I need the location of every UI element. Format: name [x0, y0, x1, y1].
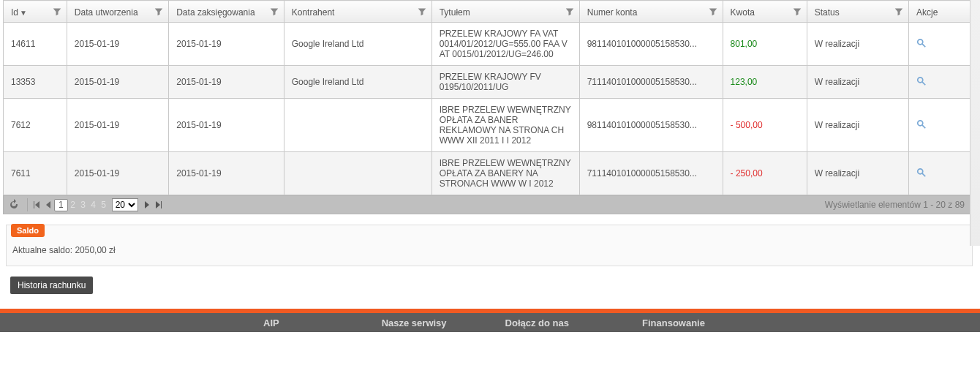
cell-title: PRZELEW KRAJOWY FA VAT 0014/01/2012/UG=5… — [431, 23, 579, 66]
col-header-booked[interactable]: Data zaksięgowania — [169, 1, 284, 23]
cell-account: 981140101000005158530... — [579, 99, 723, 152]
cell-amount: 123,00 — [723, 66, 807, 99]
filter-icon[interactable] — [894, 7, 904, 17]
cell-account: 981140101000005158530... — [579, 23, 723, 66]
cell-id: 7612 — [4, 99, 67, 152]
cell-amount: 801,00 — [723, 23, 807, 66]
cell-created: 2015-01-19 — [67, 23, 168, 66]
svg-point-4 — [918, 120, 923, 125]
page-number[interactable]: 4 — [88, 200, 99, 210]
col-header-title[interactable]: Tytułem — [431, 1, 579, 23]
col-header-actions: Akcje — [909, 1, 974, 23]
balance-box: Saldo Aktualne saldo: 2050,00 zł — [6, 225, 973, 266]
filter-icon[interactable] — [52, 7, 62, 17]
cell-title: IBRE PRZELEW WEWNĘTRZNY OPŁATA ZA BANER … — [431, 99, 579, 152]
cell-amount: - 250,00 — [723, 152, 807, 195]
next-page-icon[interactable] — [141, 199, 153, 211]
cell-status: W realizacji — [807, 152, 908, 195]
vertical-scrollbar[interactable] — [970, 0, 980, 246]
filter-icon[interactable] — [154, 7, 164, 17]
cell-id: 13353 — [4, 66, 67, 99]
footer-link-financing[interactable]: Finansowanie — [635, 317, 712, 328]
view-icon[interactable] — [916, 78, 927, 89]
filter-icon[interactable] — [792, 7, 802, 17]
sort-desc-icon: ▼ — [20, 9, 27, 17]
cell-booked: 2015-01-19 — [169, 99, 284, 152]
cell-account: 711140101000005158530... — [579, 152, 723, 195]
svg-point-2 — [918, 77, 923, 82]
table-row: 146112015-01-192015-01-19Google Ireland … — [4, 23, 974, 66]
col-header-id[interactable]: Id▼ — [4, 1, 67, 23]
col-header-amount[interactable]: Kwota — [723, 1, 807, 23]
cell-booked: 2015-01-19 — [169, 152, 284, 195]
col-header-contractor[interactable]: Kontrahent — [284, 1, 431, 23]
cell-booked: 2015-01-19 — [169, 66, 284, 99]
transactions-table: Id▼ Data utworzenia Data zaksięgowania K… — [3, 0, 974, 195]
footer-link-join[interactable]: Dołącz do nas — [498, 317, 576, 328]
page-number[interactable]: 5 — [99, 200, 109, 210]
filter-icon[interactable] — [269, 7, 279, 17]
cell-id: 7611 — [4, 152, 67, 195]
page-number[interactable]: 1 — [54, 199, 68, 211]
account-history-button[interactable]: Historia rachunku — [10, 277, 93, 294]
table-row: 76122015-01-192015-01-19IBRE PRZELEW WEW… — [4, 99, 974, 152]
last-page-icon[interactable] — [153, 199, 165, 211]
cell-status: W realizacji — [807, 23, 908, 66]
filter-icon[interactable] — [417, 7, 427, 17]
pager-info: Wyświetlanie elementów 1 - 20 z 89 — [825, 200, 965, 210]
refresh-icon[interactable] — [8, 199, 20, 211]
svg-line-3 — [922, 81, 925, 84]
svg-line-1 — [922, 43, 925, 46]
cell-actions — [909, 99, 974, 152]
table-row: 76112015-01-192015-01-19IBRE PRZELEW WEW… — [4, 152, 974, 195]
cell-actions — [909, 23, 974, 66]
cell-created: 2015-01-19 — [67, 152, 168, 195]
pager-bar: 12345 20 Wyświetlanie elementów 1 - 20 z… — [3, 195, 973, 214]
cell-status: W realizacji — [807, 66, 908, 99]
cell-created: 2015-01-19 — [67, 66, 168, 99]
prev-page-icon[interactable] — [42, 199, 54, 211]
cell-contractor — [284, 152, 431, 195]
cell-title: PRZELEW KRAJOWY FV 0195/10/2011/UG — [431, 66, 579, 99]
cell-contractor: Google Ireland Ltd — [284, 23, 431, 66]
footer-link-aip[interactable]: AIP — [256, 317, 287, 328]
cell-status: W realizacji — [807, 99, 908, 152]
col-header-account[interactable]: Numer konta — [579, 1, 723, 23]
balance-text: Aktualne saldo: 2050,00 zł — [7, 238, 972, 255]
filter-icon[interactable] — [708, 7, 718, 17]
svg-line-5 — [922, 124, 925, 127]
filter-icon[interactable] — [565, 7, 575, 17]
cell-title: IBRE PRZELEW WEWNĘTRZNY OPŁATA ZA BANERY… — [431, 152, 579, 195]
page-number[interactable]: 2 — [68, 200, 78, 210]
cell-contractor — [284, 99, 431, 152]
svg-point-6 — [918, 168, 923, 173]
cell-contractor: Google Ireland Ltd — [284, 66, 431, 99]
first-page-icon[interactable] — [31, 199, 42, 211]
view-icon[interactable] — [916, 40, 927, 50]
svg-point-0 — [918, 39, 923, 44]
svg-line-7 — [922, 173, 925, 176]
col-header-status[interactable]: Status — [807, 1, 908, 23]
footer-bar: AIP Nasze serwisy Dołącz do nas Finansow… — [0, 313, 980, 332]
col-header-created[interactable]: Data utworzenia — [67, 1, 168, 23]
cell-amount: - 500,00 — [723, 99, 807, 152]
cell-actions — [909, 152, 974, 195]
view-icon[interactable] — [916, 121, 927, 132]
cell-id: 14611 — [4, 23, 67, 66]
page-size-select[interactable]: 20 — [112, 198, 138, 211]
view-icon[interactable] — [916, 170, 927, 180]
footer-link-services[interactable]: Nasze serwisy — [374, 317, 454, 328]
cell-created: 2015-01-19 — [67, 99, 168, 152]
cell-actions — [909, 66, 974, 99]
cell-account: 711140101000005158530... — [579, 66, 723, 99]
cell-booked: 2015-01-19 — [169, 23, 284, 66]
balance-tag: Saldo — [11, 224, 45, 237]
table-row: 133532015-01-192015-01-19Google Ireland … — [4, 66, 974, 99]
page-number[interactable]: 3 — [78, 200, 88, 210]
